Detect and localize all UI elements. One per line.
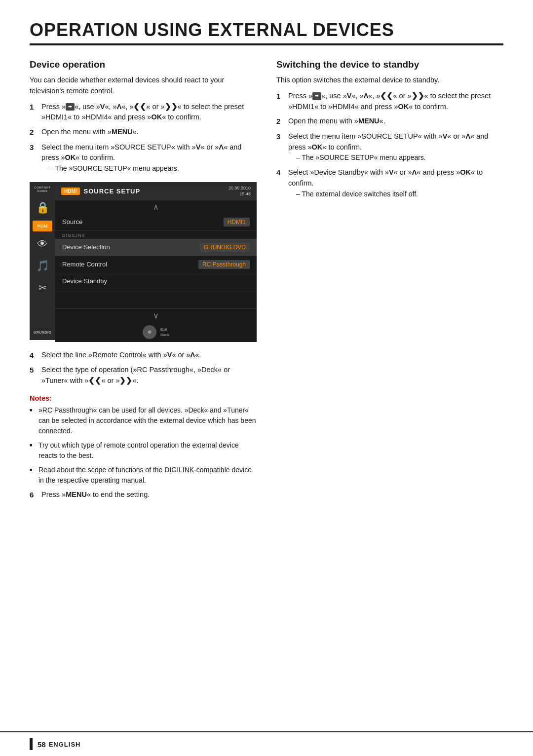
step-6-content: Press »MENU« to end the setting. — [41, 490, 257, 500]
right-step-3: 3 Select the menu item »SOURCE SETUP« wi… — [276, 131, 503, 163]
step-4-num: 4 — [30, 350, 37, 361]
tv-exit-icon: ⊗ — [143, 325, 156, 339]
right-step-3-num: 3 — [276, 131, 283, 143]
footer-language: ENGLISH — [49, 741, 81, 748]
tv-bottom-bar: ⊗ Exit Back — [55, 322, 257, 342]
step-3-num: 3 — [30, 142, 37, 153]
left-intro: You can decide whether external devices … — [30, 75, 257, 97]
step-2: 2 Open the menu with »MENU«. — [30, 127, 257, 138]
step-1: 1 Press »➡«, use »V«, »Λ«, »❮❮« or »❯❯« … — [30, 102, 257, 123]
note-2-text: Try out which type of remote control ope… — [38, 440, 257, 461]
footer-page-number: 58 — [38, 740, 46, 749]
tv-device-selection-row: Device Selection GRUNDIG DVD — [55, 239, 257, 256]
sidebar-icon-eye: 👁 — [34, 235, 51, 253]
right-step-1: 1 Press »➡«, use »V«, »Λ«, »❮❮« or »❯❯« … — [276, 91, 503, 113]
tv-remote-control-row: Remote Control RC Passthrough — [55, 256, 257, 273]
notes-title: Notes: — [30, 394, 257, 402]
step-3: 3 Select the menu item »SOURCE SETUP« wi… — [30, 142, 257, 174]
right-step-4-content: Select »Device Standby« with »V« or »Λ« … — [288, 167, 503, 199]
page-title: OPERATION USING EXTERNAL DEVICES — [30, 20, 394, 40]
right-step-3-sub: – The »SOURCE SETUP« menu appears. — [288, 153, 426, 161]
note-2: Try out which type of remote control ope… — [30, 440, 257, 461]
step-1-content: Press »➡«, use »V«, »Λ«, »❮❮« or »❯❯« to… — [41, 102, 257, 123]
tv-digilink-label: DIGILINK — [55, 231, 257, 239]
notes-section: Notes: »RC Passthrough« can be used for … — [30, 394, 257, 486]
right-step-2-num: 2 — [276, 116, 283, 127]
tv-header-title: SOURCE SETUP — [84, 188, 141, 195]
step-4: 4 Select the line »Remote Control« with … — [30, 350, 257, 361]
hdmi-sidebar-badge: HDM — [33, 221, 52, 231]
right-intro: This option switches the external device… — [276, 75, 503, 86]
right-heading: Switching the device to standby — [276, 59, 503, 70]
step-5: 5 Select the type of operation (»RC Pass… — [30, 365, 257, 386]
page-footer: 58 ENGLISH — [0, 731, 533, 756]
note-1-text: »RC Passthrough« can be used for all dev… — [38, 405, 257, 436]
right-steps: 1 Press »➡«, use »V«, »Λ«, »❮❮« or »❯❯« … — [276, 91, 503, 200]
tv-sidebar: COMFORTGUIDE 🔒 HDM 👁 🎵 ✂ GRUNDIG — [30, 182, 55, 340]
tv-device-standby-row: Device Standby — [55, 273, 257, 289]
remote-icon-right: ➡ — [312, 92, 321, 100]
right-step-4-sub: – The external device switches itself of… — [288, 190, 418, 198]
right-step-4: 4 Select »Device Standby« with »V« or »Λ… — [276, 167, 503, 199]
right-step-1-num: 1 — [276, 91, 283, 102]
right-step-1-content: Press »➡«, use »V«, »Λ«, »❮❮« or »❯❯« to… — [288, 91, 503, 113]
grundig-brand-label: GRUNDIG — [34, 331, 52, 336]
step-6-num: 6 — [30, 490, 37, 501]
remote-icon: ➡ — [66, 103, 75, 111]
step-3-content: Select the menu item »SOURCE SETUP« with… — [41, 142, 257, 174]
left-heading: Device operation — [30, 59, 257, 70]
note-3-text: Read about the scope of functions of the… — [38, 465, 257, 486]
step-5-num: 5 — [30, 365, 37, 376]
tv-remote-control-label: Remote Control — [62, 261, 198, 268]
tv-arrow-down: ∨ — [55, 309, 257, 322]
tv-source-row: Source HDMI1 — [55, 214, 257, 231]
step-2-content: Open the menu with »MENU«. — [41, 127, 257, 138]
left-step-6: 6 Press »MENU« to end the setting. — [30, 490, 257, 501]
note-1: »RC Passthrough« can be used for all dev… — [30, 405, 257, 436]
tv-exit-label: Exit — [160, 327, 169, 332]
tv-screen-mockup: COMFORTGUIDE 🔒 HDM 👁 🎵 ✂ GRUNDIG HDMI SO… — [30, 182, 257, 342]
tv-header: HDMI SOURCE SETUP 20.09.2010 15:46 — [55, 182, 257, 200]
left-column: Device operation You can decide whether … — [30, 59, 257, 506]
step-5-content: Select the type of operation (»RC Passth… — [41, 365, 257, 386]
left-steps: 1 Press »➡«, use »V«, »Λ«, »❮❮« or »❯❯« … — [30, 102, 257, 174]
tv-device-standby-label: Device Standby — [62, 277, 250, 285]
left-steps-lower: 4 Select the line »Remote Control« with … — [30, 350, 257, 386]
tv-source-label: Source — [62, 218, 224, 226]
tv-source-value: HDMI1 — [224, 218, 250, 227]
tv-arrow-up: ∧ — [55, 200, 257, 214]
sidebar-icon-tools: ✂ — [34, 279, 51, 297]
tv-bottom-labels: Exit Back — [160, 327, 169, 337]
footer-bar — [30, 738, 33, 750]
step-1-num: 1 — [30, 102, 37, 113]
notes-list: »RC Passthrough« can be used for all dev… — [30, 405, 257, 486]
right-step-3-content: Select the menu item »SOURCE SETUP« with… — [288, 131, 503, 163]
tv-header-time: 20.09.2010 15:46 — [228, 185, 251, 197]
step-2-num: 2 — [30, 127, 37, 138]
right-step-2-content: Open the menu with »MENU«. — [288, 116, 503, 127]
sidebar-icon-audio: 🎵 — [34, 257, 51, 275]
tv-main-menu: HDMI SOURCE SETUP 20.09.2010 15:46 ∧ Sou… — [55, 182, 257, 342]
tv-remote-control-value: RC Passthrough — [198, 260, 250, 269]
tv-back-label: Back — [160, 333, 169, 337]
tv-hdmi-badge: HDMI — [61, 188, 80, 195]
step-4-content: Select the line »Remote Control« with »V… — [41, 350, 257, 361]
right-step-4-num: 4 — [276, 167, 283, 179]
tv-device-selection-value: GRUNDIG DVD — [200, 243, 250, 252]
tv-header-left: HDMI SOURCE SETUP — [61, 188, 140, 195]
right-column: Switching the device to standby This opt… — [276, 59, 503, 205]
sidebar-icon-1: 🔒 — [34, 199, 51, 217]
tv-device-selection-label: Device Selection — [62, 243, 200, 251]
right-step-2: 2 Open the menu with »MENU«. — [276, 116, 503, 127]
step-6: 6 Press »MENU« to end the setting. — [30, 490, 257, 501]
step-3-sub: – The »SOURCE SETUP« menu appears. — [41, 164, 179, 172]
comfort-guide-label: COMFORTGUIDE — [34, 186, 51, 193]
note-3: Read about the scope of functions of the… — [30, 465, 257, 486]
